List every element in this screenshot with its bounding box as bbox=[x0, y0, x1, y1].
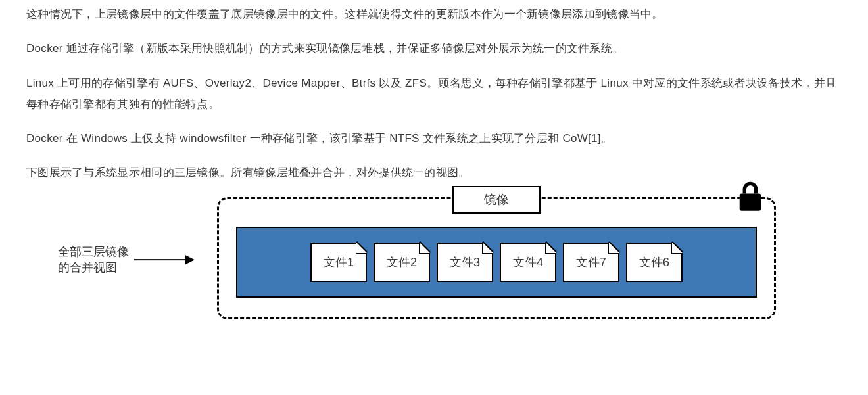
figure-caption-line-2: 的合并视图 bbox=[58, 260, 129, 275]
image-title-label: 镜像 bbox=[452, 186, 541, 214]
image-container-box: 镜像 文件1 文件2 文件3 文件4 文件7 文件6 bbox=[217, 197, 776, 319]
layer-merged-view: 文件1 文件2 文件3 文件4 文件7 文件6 bbox=[236, 227, 757, 298]
figure-caption-line-1: 全部三层镜像 bbox=[58, 244, 129, 260]
merged-image-figure: 全部三层镜像 的合并视图 镜像 文件1 文件2 文件3 文件4 bbox=[217, 197, 776, 319]
paragraph-5: 下图展示了与系统显示相同的三层镜像。所有镜像层堆叠并合并，对外提供统一的视图。 bbox=[26, 162, 842, 183]
figure-caption: 全部三层镜像 的合并视图 bbox=[58, 244, 193, 276]
file-tile: 文件2 bbox=[374, 243, 430, 282]
lock-icon bbox=[736, 181, 765, 214]
arrow-icon bbox=[134, 259, 193, 260]
paragraph-2: Docker 通过存储引擎（新版本采用快照机制）的方式来实现镜像层堆栈，并保证多… bbox=[26, 38, 842, 59]
paragraph-1: 这种情况下，上层镜像层中的文件覆盖了底层镜像层中的文件。这样就使得文件的更新版本… bbox=[26, 4, 842, 25]
file-tile: 文件7 bbox=[563, 243, 619, 282]
file-tile: 文件3 bbox=[437, 243, 493, 282]
file-tile: 文件6 bbox=[626, 243, 683, 282]
paragraph-3: Linux 上可用的存储引擎有 AUFS、Overlay2、Device Map… bbox=[26, 73, 842, 116]
svg-rect-0 bbox=[740, 193, 761, 210]
paragraph-4: Docker 在 Windows 上仅支持 windowsfilter 一种存储… bbox=[26, 128, 842, 149]
file-tile: 文件4 bbox=[500, 243, 556, 282]
file-tile: 文件1 bbox=[310, 243, 367, 282]
